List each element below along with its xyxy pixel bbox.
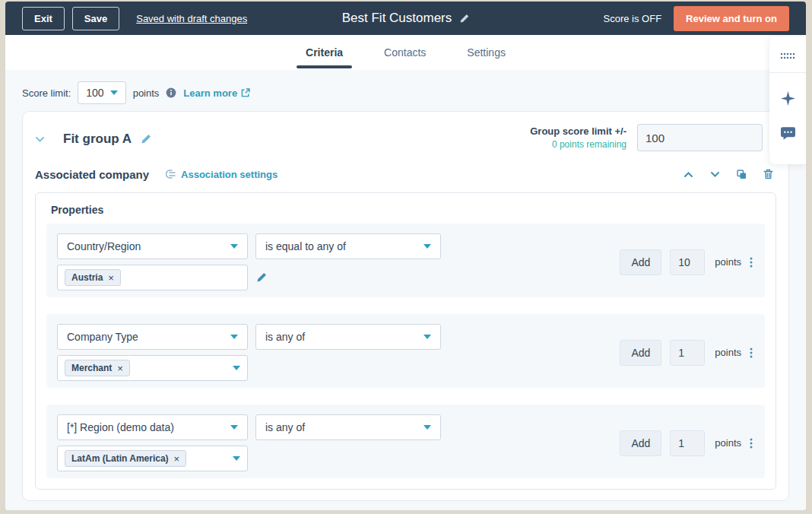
score-limit-row: Score limit: 100 points Learn more xyxy=(5,70,806,105)
chevron-down-icon xyxy=(423,244,431,249)
associated-company-title: Associated company xyxy=(35,168,149,181)
property-select-value: Company Type xyxy=(67,331,138,343)
condition-row-company-type: Company Type is any of Mercha xyxy=(46,314,765,388)
group-name: Fit group A xyxy=(63,132,132,147)
remove-chip-icon[interactable]: × xyxy=(108,273,114,283)
fit-group-card: Fit group A Group score limit +/- 0 poin… xyxy=(22,111,789,501)
row-options-dots-icon[interactable] xyxy=(750,347,753,358)
chip-label: Austria xyxy=(71,272,103,283)
chevron-down-icon xyxy=(110,90,118,95)
score-limit-dropdown[interactable]: 100 xyxy=(78,81,125,104)
group-score-limit-label: Group score limit +/- xyxy=(530,125,626,137)
value-multiselect-box[interactable]: Merchant × xyxy=(57,355,248,381)
chevron-down-icon xyxy=(230,425,238,430)
tab-settings[interactable]: Settings xyxy=(464,35,509,70)
edit-title-pencil-icon[interactable] xyxy=(459,14,469,24)
value-chip: Austria × xyxy=(65,269,121,286)
operator-select[interactable]: is any of xyxy=(255,414,441,440)
points-input[interactable] xyxy=(670,249,705,275)
operator-select-value: is any of xyxy=(265,421,305,433)
property-select-value: [*] Region (demo data) xyxy=(67,421,174,433)
chip-label: LatAm (Latin America) xyxy=(71,453,169,464)
condition-row-country: Country/Region is equal to any of xyxy=(46,224,765,297)
tab-contacts[interactable]: Contacts xyxy=(381,35,429,70)
condition-row-region: [*] Region (demo data) is any of xyxy=(46,405,765,478)
remove-chip-icon[interactable]: × xyxy=(117,363,123,373)
chip-label: Merchant xyxy=(71,363,112,373)
chevron-down-icon xyxy=(233,366,240,370)
value-input-box[interactable]: Austria × xyxy=(57,265,248,290)
grid-dots-drag-handle-icon[interactable] xyxy=(780,36,795,72)
edit-values-pencil-icon[interactable] xyxy=(256,272,267,283)
score-limit-label: Score limit: xyxy=(22,87,71,99)
review-turn-on-button[interactable]: Review and turn on xyxy=(674,6,789,31)
property-select-value: Country/Region xyxy=(67,240,141,252)
duplicate-icon[interactable] xyxy=(737,170,747,179)
app-window: Exit Save Saved with draft changes Best … xyxy=(5,2,806,510)
add-button[interactable]: Add xyxy=(620,249,661,275)
chevron-down-icon xyxy=(423,425,431,430)
operator-select-value: is any of xyxy=(265,331,305,343)
association-settings-link[interactable]: Association settings xyxy=(166,169,278,180)
ai-sparkle-icon[interactable] xyxy=(781,91,795,109)
learn-more-link[interactable]: Learn more xyxy=(183,87,250,99)
property-select[interactable]: Company Type xyxy=(57,324,248,350)
chevron-down-icon xyxy=(233,456,240,461)
score-limit-unit: points xyxy=(133,87,160,99)
association-icon xyxy=(166,170,176,179)
tab-criteria[interactable]: Criteria xyxy=(303,35,346,70)
association-settings-label: Association settings xyxy=(181,169,278,180)
exit-button[interactable]: Exit xyxy=(22,7,65,30)
remove-chip-icon[interactable]: × xyxy=(174,454,180,464)
panel-divider xyxy=(769,72,806,73)
fit-group-header: Fit group A Group score limit +/- 0 poin… xyxy=(35,124,776,151)
property-select[interactable]: Country/Region xyxy=(57,233,248,259)
points-input[interactable] xyxy=(670,430,705,456)
top-bar: Exit Save Saved with draft changes Best … xyxy=(5,2,806,35)
properties-container: Properties Country/Region is equal to an… xyxy=(35,192,776,490)
points-unit-label: points xyxy=(715,256,741,268)
operator-select-value: is equal to any of xyxy=(265,240,346,252)
move-down-chevron-icon[interactable] xyxy=(710,171,720,178)
save-button[interactable]: Save xyxy=(72,7,119,30)
operator-select[interactable]: is any of xyxy=(255,324,441,350)
add-button[interactable]: Add xyxy=(620,340,661,366)
page-title-wrap: Best Fit Customers xyxy=(342,11,470,26)
property-select[interactable]: [*] Region (demo data) xyxy=(57,414,248,440)
delete-trash-icon[interactable] xyxy=(763,169,773,179)
chevron-down-icon xyxy=(230,335,238,339)
value-chip: LatAm (Latin America) × xyxy=(65,450,186,467)
collapse-chevron-icon[interactable] xyxy=(35,136,45,143)
value-chip: Merchant × xyxy=(65,360,130,376)
page-title: Best Fit Customers xyxy=(342,11,452,26)
floating-tools-panel xyxy=(769,36,806,164)
draft-status-link[interactable]: Saved with draft changes xyxy=(136,13,247,24)
row-options-dots-icon[interactable] xyxy=(750,257,753,268)
row-options-dots-icon[interactable] xyxy=(750,438,753,449)
group-actions xyxy=(684,169,776,179)
score-limit-value: 100 xyxy=(86,87,103,99)
points-unit-label: points xyxy=(715,437,741,449)
points-unit-label: points xyxy=(715,347,741,358)
operator-select[interactable]: is equal to any of xyxy=(255,233,441,259)
chevron-down-icon xyxy=(230,244,238,249)
topbar-right: Score is OFF Review and turn on xyxy=(604,6,789,31)
score-status-text: Score is OFF xyxy=(604,13,662,24)
value-multiselect-box[interactable]: LatAm (Latin America) × xyxy=(57,446,248,471)
group-score-limit-input[interactable] xyxy=(637,124,763,151)
add-button[interactable]: Add xyxy=(620,430,661,456)
comments-icon[interactable] xyxy=(781,127,795,143)
chevron-down-icon xyxy=(423,335,431,339)
associated-company-row: Associated company Association settings xyxy=(35,163,776,185)
content-area: Score limit: 100 points Learn more xyxy=(5,70,806,510)
info-icon[interactable] xyxy=(166,87,176,98)
edit-group-pencil-icon[interactable] xyxy=(141,134,151,144)
properties-heading: Properties xyxy=(51,204,765,216)
external-link-icon xyxy=(241,88,250,97)
points-input[interactable] xyxy=(670,340,705,366)
points-remaining-text: 0 points remaining xyxy=(530,139,626,150)
tab-bar: Criteria Contacts Settings xyxy=(5,35,806,70)
move-up-chevron-icon[interactable] xyxy=(684,171,693,178)
learn-more-label: Learn more xyxy=(183,87,237,99)
